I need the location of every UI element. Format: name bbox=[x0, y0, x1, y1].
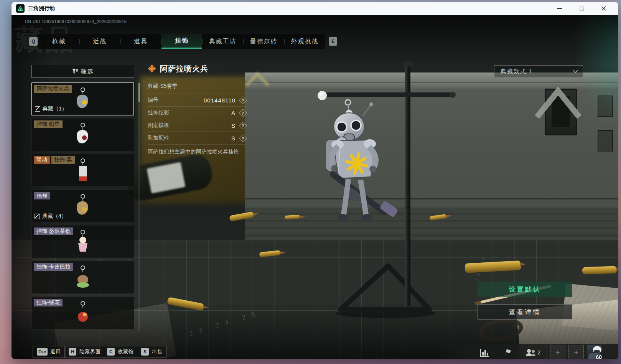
stat-row-serial: 编号 001448110 ? bbox=[148, 94, 246, 107]
help-icon[interactable]: ? bbox=[239, 121, 247, 129]
charm-thumbnail bbox=[73, 229, 93, 255]
charm-list-item[interactable]: 阿萨拉喷火兵 典藏（1） bbox=[31, 82, 134, 115]
filter-button[interactable]: 筛选 bbox=[31, 65, 134, 78]
help-icon[interactable]: ? bbox=[239, 109, 247, 117]
charm-title: 阿萨拉喷火兵 bbox=[160, 64, 208, 74]
minimize-button[interactable] bbox=[551, 2, 568, 15]
plus-icon: + bbox=[574, 348, 578, 357]
maximize-button[interactable] bbox=[573, 2, 590, 15]
chevron-mark-blurred bbox=[244, 72, 271, 87]
charm-list-item[interactable]: 福禄 典藏（4） bbox=[31, 189, 134, 222]
style-dropdown-value: 典藏款式 1 bbox=[501, 68, 533, 75]
close-button[interactable] bbox=[595, 2, 612, 15]
app-window: 三角洲行动 bbox=[12, 2, 618, 359]
collection-count: 典藏（1） bbox=[35, 105, 67, 112]
tab-mandel[interactable]: 曼德尔砖 bbox=[243, 34, 284, 49]
game-viewport: 23 24 25 13 14 bbox=[12, 15, 618, 359]
people-icon bbox=[525, 349, 536, 356]
charm-name-badge: 挂饰-悠然茶歇 bbox=[34, 227, 73, 235]
stats-button[interactable] bbox=[472, 344, 497, 359]
charm-thumbnail bbox=[73, 301, 93, 326]
prev-tab-keycap[interactable]: Q bbox=[29, 37, 38, 46]
player-level: 60 bbox=[596, 354, 602, 359]
serial-number: 001448110 bbox=[204, 97, 236, 104]
detail-panel: 阿萨拉喷火兵 典藏-S5赛季 编号 001448110 ? 挂饰炫彩 A ? 图… bbox=[148, 62, 246, 155]
charm-name-badge: 挂饰-黑 bbox=[51, 156, 75, 164]
filter-label: 筛选 bbox=[81, 68, 94, 75]
stat-row-pattern: 图案模板 S ? bbox=[148, 119, 246, 132]
tab-workshop[interactable]: 典藏工坊 bbox=[202, 34, 243, 49]
esc-keycap: Esc bbox=[37, 348, 48, 356]
squad-button[interactable]: 2 bbox=[519, 344, 547, 359]
squad-count: 2 bbox=[538, 349, 541, 356]
charm-name-badge: 挂饰-暗星 bbox=[34, 120, 63, 128]
charm-name-badge: 挂饰-卡皮巴拉 bbox=[34, 263, 73, 271]
charm-name-badge: 福禄 bbox=[34, 192, 50, 199]
bullet bbox=[582, 266, 617, 274]
style-dropdown[interactable]: 典藏款式 1 bbox=[494, 65, 583, 78]
pattern-grade: S bbox=[231, 122, 236, 129]
tab-firearms[interactable]: 枪械 bbox=[38, 34, 79, 49]
collab-badge: 联动 bbox=[34, 156, 50, 164]
plus-icon: + bbox=[555, 348, 560, 357]
c-keycap: C bbox=[107, 348, 115, 356]
charm-thumbnail bbox=[73, 194, 93, 219]
separator bbox=[547, 346, 547, 359]
workshop-icon bbox=[35, 214, 40, 219]
funnel-icon bbox=[72, 69, 78, 74]
collection-count: 典藏（4） bbox=[35, 213, 67, 220]
charm-description: 阿萨拉幻想主题中的阿萨拉喷火兵挂饰 bbox=[148, 148, 246, 155]
charm-name-badge: 挂饰-绒花 bbox=[34, 299, 63, 306]
next-tab-keycap[interactable]: E bbox=[329, 37, 337, 46]
accessory-grade: S bbox=[231, 135, 236, 142]
charm-thumbnail bbox=[73, 265, 93, 290]
charm-preview-3d[interactable] bbox=[292, 59, 476, 328]
set-default-button[interactable]: 设置默认 bbox=[478, 282, 572, 297]
charm-list-item[interactable]: 挂饰-悠然茶歇 bbox=[31, 225, 134, 258]
view-details-button[interactable]: 查看详情 bbox=[478, 304, 572, 320]
charm-list-item[interactable]: 挂饰-绒花 bbox=[31, 296, 134, 329]
player-avatar[interactable]: 60 bbox=[587, 345, 602, 359]
stat-row-accessory: 附加配件 S ? bbox=[148, 132, 246, 145]
window-titlebar: 三角洲行动 bbox=[12, 2, 618, 15]
divider bbox=[148, 79, 246, 79]
charm-thumbnail bbox=[73, 122, 93, 148]
charm-list-item[interactable]: 挂饰-卡皮巴拉 bbox=[31, 261, 134, 294]
window-title: 三角洲行动 bbox=[28, 5, 55, 12]
tab-charms[interactable]: 挂饰 bbox=[161, 34, 203, 49]
scrollbar-thumb[interactable] bbox=[138, 83, 140, 102]
charm-thumbnail bbox=[73, 158, 93, 183]
invite-slot-button[interactable]: + bbox=[568, 345, 584, 359]
hotkey-hide-ui[interactable]: H 隐藏界面 bbox=[64, 346, 105, 357]
avatar-visor bbox=[594, 350, 600, 353]
charm-list-item[interactable]: 联动挂饰-黑 bbox=[31, 154, 134, 187]
list-scrollbar[interactable] bbox=[138, 82, 140, 331]
stat-row-colorway: 挂饰炫彩 A ? bbox=[148, 107, 246, 119]
flag-icon bbox=[504, 348, 512, 357]
workshop-icon bbox=[35, 106, 40, 112]
season-label: 典藏-S5赛季 bbox=[148, 83, 246, 94]
invite-slot-button[interactable]: + bbox=[550, 345, 565, 359]
tab-bar: 枪械 近战 道具 挂饰 典藏工坊 曼德尔砖 外观挑战 bbox=[38, 34, 325, 49]
chevron-down-icon bbox=[573, 70, 578, 73]
charm-name-badge: 阿萨拉喷火兵 bbox=[34, 85, 72, 93]
charm-list-item[interactable]: 挂饰-暗星 bbox=[31, 118, 134, 151]
s-keycap: S bbox=[141, 348, 149, 356]
tab-appearance[interactable]: 外观挑战 bbox=[284, 34, 325, 49]
h-keycap: H bbox=[69, 348, 76, 356]
help-icon[interactable]: ? bbox=[239, 96, 247, 104]
colorway-grade: A bbox=[231, 110, 236, 116]
help-icon[interactable]: ? bbox=[239, 134, 247, 142]
hotkey-back[interactable]: Esc 返回 bbox=[33, 346, 66, 357]
tab-melee[interactable]: 近战 bbox=[79, 34, 120, 49]
rarity-diamond-icon bbox=[148, 64, 156, 73]
hotkey-sell[interactable]: S 出售 bbox=[137, 346, 167, 357]
report-flag-button[interactable] bbox=[497, 344, 519, 359]
tab-items[interactable]: 道具 bbox=[120, 34, 161, 49]
app-logo-icon bbox=[16, 4, 25, 13]
charm-thumbnail bbox=[73, 87, 93, 112]
status-icon-bar: 2 + + 60 bbox=[437, 344, 618, 359]
bar-chart-icon bbox=[480, 348, 489, 357]
hotkey-gallery[interactable]: C 收藏馆 bbox=[103, 346, 138, 357]
